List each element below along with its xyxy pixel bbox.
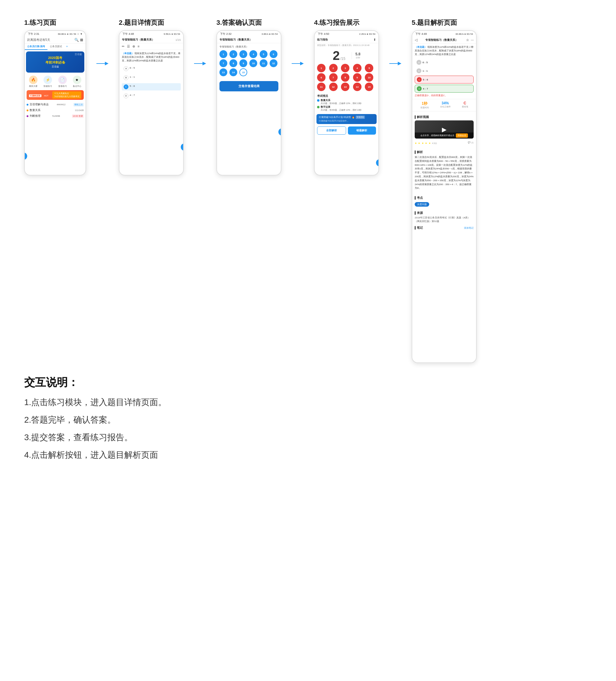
icon-item-2[interactable]: ⚡ 快速练习 — [44, 76, 52, 88]
icon-item-1[interactable]: 🔥 模块大赛 — [29, 76, 37, 88]
knowledge-tag[interactable]: 浓度问题 — [415, 202, 429, 207]
bookmark-icon-5[interactable]: ☆ — [466, 38, 469, 42]
option-C-2[interactable]: C 5：6 — [122, 83, 181, 91]
hot-course-banner[interactable]: 行测特训班 HOT 十九大高频热点为你智能比较九大高频考试 — [27, 90, 84, 100]
rb-8[interactable]: 8 — [341, 73, 349, 82]
option-text-D-2: 4：7 — [130, 94, 135, 97]
option-D-5[interactable]: D 4：7 — [415, 85, 474, 93]
option-text-C-2: 5：6 — [130, 84, 135, 88]
course-progress-2: 111/1426 — [75, 109, 84, 111]
banner-sub-text: 言语篇 — [45, 65, 65, 68]
screen2-title: 专项智能练习（数量关系） — [122, 38, 175, 42]
bubble-12[interactable]: 12 — [270, 59, 277, 67]
arrow-svg-4 — [389, 60, 401, 67]
source-body: 2019年江苏省公务员录用考试《行测》真题（A类）（网友回忆版）第52题 — [415, 216, 474, 223]
option-A-2[interactable]: A 6：5 — [122, 65, 181, 72]
report-title: 练习报告 — [317, 38, 328, 42]
share-icon[interactable]: ⬆ — [373, 38, 376, 42]
rb-6[interactable]: 6 — [317, 73, 325, 82]
full-analysis-btn[interactable]: 全部解析 — [317, 126, 346, 135]
exam-text-1: 数量关系 共15题，答对6题，正确率 13%，用时 22秒 — [321, 99, 361, 105]
rb-12[interactable]: 12 — [329, 82, 338, 91]
more-icon-5[interactable]: ··· — [471, 38, 474, 42]
plus-icon[interactable]: ⊕ — [132, 45, 135, 48]
bubble-3[interactable]: 3 — [239, 50, 247, 58]
course-class-1[interactable]: 10:00 有课 — [72, 115, 84, 118]
grid-icon-s1[interactable]: ⊞ — [80, 38, 83, 42]
bubble-7[interactable]: 7 — [219, 59, 227, 67]
search-icon-s1[interactable]: 🔍 — [74, 38, 79, 42]
status-time-1: 下午 2:31 — [28, 32, 39, 36]
interaction-section: 交互说明： 1.点击练习模块，进入题目详情页面。 2.答题完毕，确认答案。 3.… — [24, 369, 592, 472]
icon-item-3[interactable]: 📄 套卷练习 — [58, 76, 67, 88]
rb-11[interactable]: 11 — [317, 82, 325, 91]
status-bar-1: 下午 2:31 68.8K/s ● 3G 54 ☆ ▼ — [25, 31, 85, 36]
course-dot-2 — [27, 109, 28, 111]
nav-add-btn[interactable]: + — [64, 44, 70, 50]
bubble-9[interactable]: 9 — [239, 59, 247, 67]
screen2-progress: 1/15 — [175, 39, 181, 42]
icon-item-4[interactable]: ★ 备点中心 — [73, 76, 81, 88]
source-section: 来源 2019年江苏省公务员录用考试《行测》真题（A类）（网友回忆版）第52题 — [412, 208, 476, 225]
bubble-1[interactable]: 1 — [219, 50, 227, 58]
nav-tab-1[interactable]: 公务员行测-国考 — [25, 44, 48, 50]
option-B-5[interactable]: B 1：1 — [415, 67, 474, 74]
bubble-10[interactable]: 10 — [249, 59, 257, 67]
nav-tab-2[interactable]: 公务员面试 — [48, 44, 64, 50]
rb-7[interactable]: 7 — [329, 73, 338, 82]
score-number: 2 — [333, 49, 340, 62]
list-icon[interactable]: ☰ — [127, 45, 130, 48]
hot-btn[interactable]: 十九大高频热点为你智能比较九大高频考试 — [52, 91, 81, 99]
add-note-btn[interactable]: 添加笔记 — [464, 226, 474, 230]
bubble-4[interactable]: 4 — [249, 50, 257, 58]
option-D-2[interactable]: D 4：7 — [122, 92, 181, 100]
bubble-13[interactable]: 13 — [219, 68, 227, 76]
banner-content: 2020国考考前冲刺必备 言语篇 — [45, 56, 65, 68]
bubble-8[interactable]: 8 — [230, 59, 237, 67]
video-thumbnail[interactable]: ▶ 会员专享，观看解析视频请开通会员 升级会员 — [415, 120, 474, 138]
screen5-nav: ◁ 专项智能练习（数量关系） ☆ ··· — [412, 36, 476, 44]
back-icon-5[interactable]: ◁ — [415, 38, 418, 42]
rb-3[interactable]: 3 — [341, 64, 349, 72]
rb-9[interactable]: 9 — [353, 73, 361, 82]
banner-decoration: 言语篇 — [75, 53, 82, 56]
status-icons-4: 2.2K/s ● 3G 54 — [359, 33, 375, 35]
option-A-5[interactable]: A 6：5 — [415, 59, 474, 66]
analysis-heading: 解析 — [415, 150, 474, 154]
rb-4[interactable]: 4 — [353, 64, 361, 72]
upgrade-btn[interactable]: 升级会员 — [456, 133, 468, 137]
rec-bar[interactable]: 行测突破70分高手计划 特训营 🔥 专项优化 行测突破70分高手计划活动中... — [317, 114, 377, 124]
rb-14[interactable]: 14 — [353, 82, 361, 91]
exam-subject-2: 数字运算 — [321, 106, 361, 109]
bubble-5[interactable]: 5 — [260, 50, 268, 58]
rb-13[interactable]: 13 — [341, 82, 349, 91]
section2-label: 2.题目详情页面 — [119, 18, 164, 27]
exam-subject-1: 数量关系 — [321, 99, 361, 102]
interaction-item-1: 1.点击练习模块，进入题目详情页面。 — [24, 396, 592, 409]
submit-btn[interactable]: 交卷并查看结果 — [219, 81, 278, 91]
rb-10[interactable]: 10 — [365, 73, 373, 82]
bubble-15[interactable]: 15 — [239, 68, 247, 76]
bubble-14[interactable]: 14 — [230, 68, 237, 76]
bubble-11[interactable]: 11 — [260, 59, 268, 67]
menu-icon[interactable]: ≡ — [137, 45, 139, 48]
comment-count: 💬 21 — [468, 141, 474, 144]
bubble-2[interactable]: 2 — [230, 50, 237, 58]
arrow-svg-2 — [194, 60, 206, 67]
analysis-body: 第二次混合50克水后，配置盐水共600克，则第一次混合配置得到盐水质量为600－… — [415, 155, 474, 190]
banner-main-text: 2020国考考前冲刺必备 — [45, 56, 65, 65]
note-section: 笔记 添加笔记 — [412, 225, 476, 231]
bubble-6[interactable]: 6 — [270, 50, 277, 58]
q-stem-5: （单选题） 现有浓度为12%和24%的盐水各若干克，将其混合后加入50克水，配制… — [415, 45, 474, 56]
edit-icon[interactable]: ✏ — [122, 45, 125, 48]
rb-5[interactable]: 5 — [365, 64, 373, 72]
course-continue-1[interactable]: 继续上次 — [74, 103, 84, 106]
option-C-5[interactable]: C 5：6 — [415, 76, 474, 83]
rb-1[interactable]: 1 — [317, 64, 325, 72]
opt-circle-C-5: C — [417, 77, 422, 82]
rb-2[interactable]: 2 — [329, 64, 338, 72]
vip-text: 会员专享，观看解析视频请开通会员 — [421, 134, 454, 136]
rb-15[interactable]: 15 — [365, 82, 373, 91]
option-B-2[interactable]: B 1：1 — [122, 74, 181, 81]
wrong-analysis-btn[interactable]: 错题解析 — [348, 126, 376, 135]
